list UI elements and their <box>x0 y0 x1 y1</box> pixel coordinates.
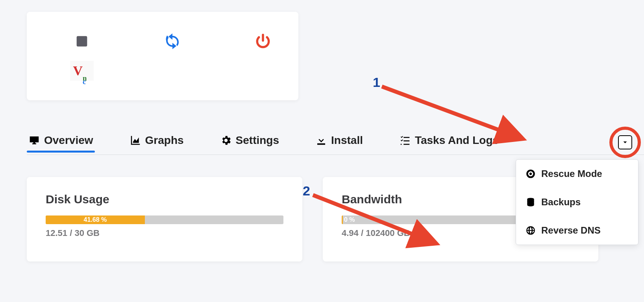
tab-overview[interactable]: Overview <box>27 134 95 151</box>
vnc-button[interactable]: V n c <box>70 61 94 81</box>
stop-icon <box>74 33 90 49</box>
bandwidth-percent: 0 % <box>344 215 355 224</box>
vnc-icon: V n c <box>73 64 91 77</box>
tab-label: Graphs <box>145 134 184 147</box>
server-dashboard-page: V n c Overview Graphs <box>0 0 644 302</box>
tab-graphs[interactable]: Graphs <box>128 134 185 151</box>
power-icon <box>254 33 272 50</box>
bandwidth-progress-fill <box>342 215 343 224</box>
disk-usage-percent: 41.68 % <box>46 215 145 224</box>
chart-area-icon <box>130 134 141 146</box>
server-actions-card: V n c <box>27 12 298 100</box>
dropdown-label: Backups <box>541 197 581 208</box>
dropdown-label: Reverse DNS <box>541 225 601 236</box>
dropdown-item-reverse-dns[interactable]: Reverse DNS <box>516 216 638 245</box>
power-button[interactable] <box>251 29 275 53</box>
disk-usage-progress: 41.68 % <box>46 215 283 224</box>
tab-label: Install <box>331 134 363 147</box>
tab-settings[interactable]: Settings <box>218 134 281 151</box>
more-tabs-dropdown-trigger[interactable] <box>618 135 632 149</box>
annotation-number-2: 2 <box>303 183 310 199</box>
tab-tasks-and-logs[interactable]: Tasks And Logs <box>398 134 500 151</box>
caret-down-icon <box>622 139 629 146</box>
annotation-number-1: 1 <box>373 75 380 90</box>
tab-label: Tasks And Logs <box>415 134 499 147</box>
lifebuoy-icon <box>526 169 536 179</box>
restart-button[interactable] <box>161 29 184 53</box>
tab-label: Settings <box>236 134 279 147</box>
tab-nav: Overview Graphs Settings Install Tasks A… <box>27 130 644 155</box>
gear-icon <box>220 134 232 146</box>
dropdown-item-backups[interactable]: Backups <box>516 188 638 216</box>
download-icon <box>315 134 327 146</box>
more-tabs-dropdown: Rescue Mode Backups Reverse DNS <box>516 159 638 245</box>
dropdown-label: Rescue Mode <box>541 168 602 179</box>
vnc-row: V n c <box>70 61 287 81</box>
tab-label: Overview <box>44 134 93 147</box>
refresh-icon <box>163 32 182 51</box>
action-row <box>70 29 287 53</box>
stop-button[interactable] <box>70 29 94 53</box>
dropdown-item-rescue-mode[interactable]: Rescue Mode <box>516 160 638 188</box>
globe-icon <box>526 225 536 236</box>
list-check-icon <box>399 134 411 146</box>
tab-install[interactable]: Install <box>314 134 365 151</box>
disk-usage-card: Disk Usage 41.68 % 12.51 / 30 GB <box>27 177 302 261</box>
database-icon <box>526 197 536 207</box>
svg-rect-0 <box>77 36 87 47</box>
monitor-icon <box>28 134 40 146</box>
disk-usage-sub: 12.51 / 30 GB <box>46 228 283 238</box>
disk-usage-title: Disk Usage <box>46 193 283 206</box>
